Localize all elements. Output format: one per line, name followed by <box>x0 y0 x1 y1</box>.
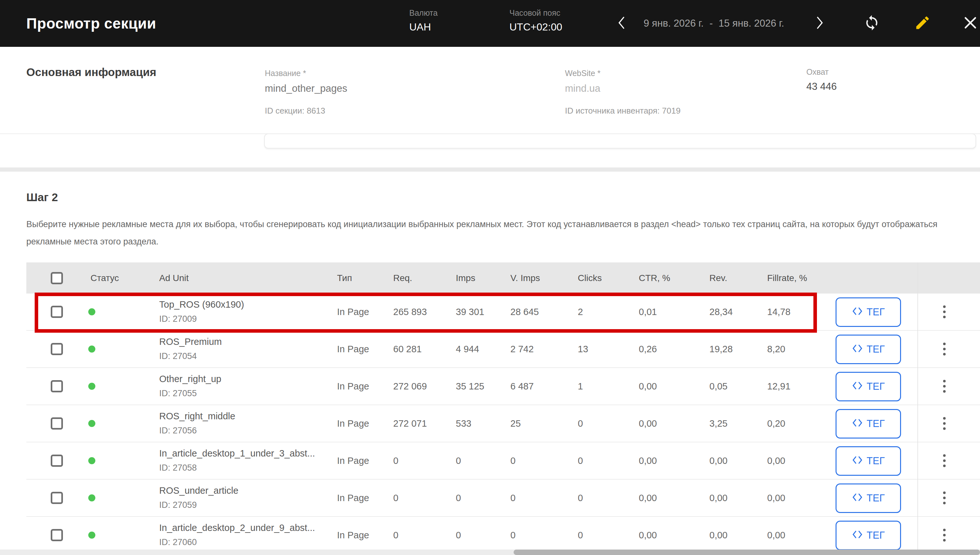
currency-group: Валюта UAH <box>409 0 480 47</box>
date-next-button[interactable] <box>815 0 824 47</box>
cell-vimps: 25 <box>510 418 521 429</box>
cell-type: In Page <box>337 530 369 541</box>
cell-clicks: 13 <box>578 344 588 354</box>
cell-req: 0 <box>393 456 398 466</box>
row-checkbox[interactable] <box>51 306 63 318</box>
tag-button[interactable]: ТЕГ <box>835 521 901 550</box>
name-value[interactable]: mind_other_pages <box>265 83 347 94</box>
cell-fillrate: 0,00 <box>767 456 785 466</box>
cell-ctr: 0,00 <box>639 381 657 392</box>
row-menu-button[interactable] <box>941 378 948 395</box>
timezone-group: Часовой пояс UTC+02:00 <box>509 0 593 47</box>
table-row: In_article_desktop_1_under_3_abst... ID:… <box>26 443 980 480</box>
row-checkbox[interactable] <box>51 417 63 430</box>
row-checkbox[interactable] <box>51 380 63 392</box>
tag-button[interactable]: ТЕГ <box>835 446 901 476</box>
adunit-name: Top_ROS (960x190) <box>159 299 244 310</box>
status-active-dot <box>88 494 95 501</box>
cell-req: 0 <box>393 493 398 503</box>
tag-button[interactable]: ТЕГ <box>835 409 901 438</box>
tag-button[interactable]: ТЕГ <box>835 297 901 327</box>
name-label: Название * <box>265 69 306 78</box>
code-icon <box>852 306 863 318</box>
date-range[interactable]: 9 янв. 2026 г. - 15 янв. 2026 г. <box>644 0 784 47</box>
table-row: Top_ROS (960x190) ID: 27009 In Page 265 … <box>26 294 980 331</box>
table-row: ROS_Premium ID: 27054 In Page 60 281 4 9… <box>26 331 980 368</box>
cell-req: 265 893 <box>393 307 427 317</box>
cell-ctr: 0,00 <box>639 493 657 503</box>
cell-rev: 28,34 <box>709 307 733 317</box>
row-checkbox[interactable] <box>51 529 63 541</box>
horizontal-scrollbar-thumb[interactable] <box>514 550 980 555</box>
cell-clicks: 0 <box>578 530 583 541</box>
cell-rev: 0,05 <box>709 381 728 392</box>
reach-label: Охват <box>806 67 829 77</box>
cell-imps: 533 <box>456 418 471 429</box>
cell-fillrate: 0,00 <box>767 493 785 503</box>
column-header-adunit: Ad Unit <box>159 273 189 283</box>
cell-req: 272 069 <box>393 381 427 392</box>
status-active-dot <box>88 308 95 315</box>
tag-button[interactable]: ТЕГ <box>835 335 901 364</box>
adunit-name: In_article_desktop_2_under_9_abst... <box>159 523 315 533</box>
cell-req: 60 281 <box>393 344 422 354</box>
row-checkbox[interactable] <box>51 343 63 355</box>
reach-value: 43 446 <box>806 81 837 92</box>
website-field[interactable]: mind.ua <box>565 83 600 94</box>
cell-req: 0 <box>393 530 398 541</box>
cell-ctr: 0,00 <box>639 530 657 541</box>
website-label: WebSite * <box>565 69 601 78</box>
currency-label: Валюта <box>409 8 437 18</box>
row-menu-button[interactable] <box>941 415 948 432</box>
cell-type: In Page <box>337 456 369 466</box>
table-row: Other_right_up ID: 27055 In Page 272 069… <box>26 368 980 405</box>
code-icon <box>852 530 863 541</box>
cell-type: In Page <box>337 344 369 354</box>
chevron-left-icon <box>617 16 626 31</box>
row-checkbox[interactable] <box>51 455 63 467</box>
cell-ctr: 0,26 <box>639 344 657 354</box>
code-icon <box>852 492 863 504</box>
column-header-rev: Rev. <box>709 273 728 283</box>
row-menu-button[interactable] <box>941 489 948 506</box>
pencil-icon <box>914 14 931 32</box>
date-prev-button[interactable] <box>617 0 626 47</box>
row-menu-button[interactable] <box>941 527 948 544</box>
refresh-button[interactable] <box>863 0 880 47</box>
date-range-separator: - <box>709 18 713 29</box>
tag-button[interactable]: ТЕГ <box>835 483 901 513</box>
row-menu-button[interactable] <box>941 341 948 358</box>
code-icon <box>852 381 863 392</box>
close-button[interactable] <box>963 0 978 47</box>
inventory-source-id: ID источника инвентаря: 7019 <box>565 106 681 116</box>
row-menu-button[interactable] <box>941 303 948 320</box>
cell-ctr: 0,00 <box>639 456 657 466</box>
select-all-checkbox[interactable] <box>51 272 63 284</box>
cell-imps: 0 <box>456 456 461 466</box>
cell-ctr: 0,00 <box>639 418 657 429</box>
column-header-status: Статус <box>90 273 119 283</box>
cell-imps: 4 944 <box>456 344 479 354</box>
adunit-name: ROS_right_middle <box>159 411 235 422</box>
column-header-clicks: Clicks <box>578 273 602 283</box>
column-header-req: Req. <box>393 273 412 283</box>
actions-column-divider <box>917 262 918 551</box>
cell-vimps: 0 <box>510 493 516 503</box>
table-header-row: Статус Ad Unit Тип Req. Imps V. Imps Cli… <box>26 262 980 294</box>
cell-fillrate: 0,00 <box>767 530 785 541</box>
tag-button[interactable]: ТЕГ <box>835 372 901 401</box>
section-view-page: Просмотр секции Валюта UAH Часовой пояс … <box>0 0 980 555</box>
section-id: ID секции: 8613 <box>265 106 325 116</box>
row-menu-button[interactable] <box>941 452 948 469</box>
timezone-label: Часовой пояс <box>509 8 561 18</box>
section-divider-band <box>0 167 980 172</box>
step2-description: Выберите нужные рекламные места для их в… <box>26 216 948 250</box>
row-checkbox[interactable] <box>51 492 63 504</box>
table-row: ROS_under_article ID: 27059 In Page 0 0 … <box>26 480 980 517</box>
cell-vimps: 6 487 <box>510 381 534 392</box>
status-active-dot <box>88 457 95 464</box>
adunit-id: ID: 27060 <box>159 537 197 547</box>
tag-button-label: ТЕГ <box>867 343 885 355</box>
edit-button[interactable] <box>914 0 931 47</box>
cell-imps: 0 <box>456 530 461 541</box>
